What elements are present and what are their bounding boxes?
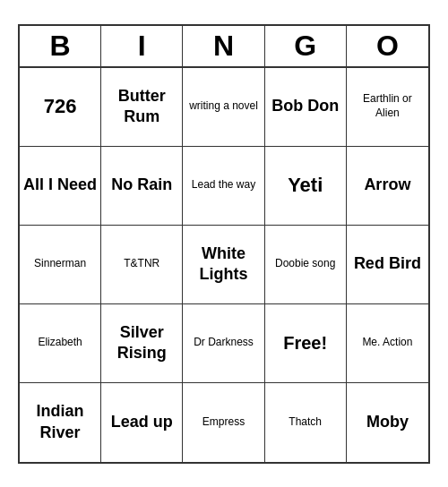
bingo-cell: Lead up	[101, 383, 183, 462]
bingo-cell: Butter Rum	[101, 68, 183, 147]
bingo-cell: Thatch	[265, 383, 347, 462]
bingo-cell: 726	[20, 68, 101, 147]
bingo-cell: Empress	[183, 383, 264, 462]
header-letter: O	[347, 26, 428, 66]
header-letter: B	[20, 26, 101, 66]
bingo-card: BINGO 726Butter Rumwriting a novelBob Do…	[18, 24, 430, 464]
bingo-cell: Sinnerman	[20, 226, 101, 304]
bingo-cell: Yeti	[265, 147, 347, 226]
bingo-cell: Moby	[347, 383, 428, 462]
bingo-cell: Arrow	[347, 147, 428, 226]
bingo-cell: Indian River	[20, 383, 101, 462]
bingo-cell: No Rain	[101, 147, 183, 226]
header-letter: N	[183, 26, 264, 66]
bingo-cell: T&TNR	[101, 226, 183, 304]
header-letter: I	[101, 26, 183, 66]
bingo-cell: Me. Action	[347, 304, 428, 383]
bingo-header: BINGO	[20, 26, 428, 68]
bingo-cell: writing a novel	[183, 68, 264, 147]
bingo-cell: Earthlin or Alien	[347, 68, 428, 147]
bingo-cell: White Lights	[183, 226, 264, 304]
bingo-cell: Dr Darkness	[183, 304, 264, 383]
bingo-cell: Silver Rising	[101, 304, 183, 383]
bingo-cell: Free!	[265, 304, 347, 383]
bingo-cell: Elizabeth	[20, 304, 101, 383]
bingo-cell: Bob Don	[265, 68, 347, 147]
bingo-grid: 726Butter Rumwriting a novelBob DonEarth…	[20, 68, 428, 462]
bingo-cell: Lead the way	[183, 147, 264, 226]
bingo-cell: Doobie song	[265, 226, 347, 304]
bingo-cell: All I Need	[20, 147, 101, 226]
header-letter: G	[265, 26, 347, 66]
bingo-cell: Red Bird	[347, 226, 428, 304]
